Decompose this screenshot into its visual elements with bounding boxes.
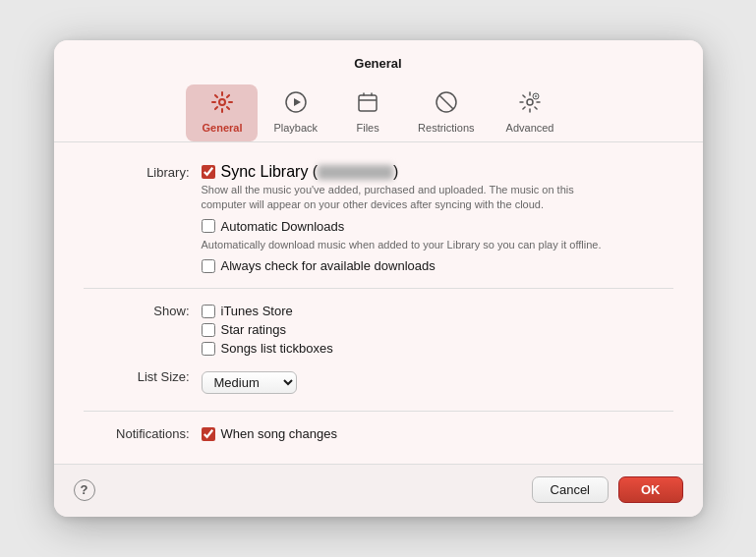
auto-downloads-checkbox[interactable] — [202, 219, 215, 233]
star-ratings-label: Star ratings — [221, 322, 286, 337]
dialog-footer: ? Cancel OK — [54, 464, 703, 517]
list-size-select[interactable]: Small Medium Large — [202, 371, 297, 394]
always-check-label: Always check for available downloads — [221, 258, 436, 273]
svg-point-6 — [527, 99, 533, 105]
tab-restrictions[interactable]: Restrictions — [402, 84, 490, 141]
section-divider-1 — [84, 288, 673, 289]
songs-tickboxes-row: Songs list tickboxes — [202, 339, 673, 358]
auto-downloads-row: Automatic Downloads — [202, 217, 673, 236]
always-check-row: Always check for available downloads — [202, 256, 673, 275]
library-content: Sync Library (••••••••••••••••) Show all… — [202, 163, 673, 275]
tab-files[interactable]: Files — [333, 84, 402, 141]
svg-line-5 — [439, 95, 453, 109]
sync-blurred-text: •••••••••••••••• — [318, 165, 393, 180]
notifications-content: When song changes — [202, 424, 673, 443]
notifications-label: Notifications: — [84, 424, 202, 441]
always-check-checkbox[interactable] — [202, 259, 215, 273]
show-row: Show: iTunes Store Star ratings Songs li… — [84, 297, 673, 362]
sync-library-label: Sync Library (••••••••••••••••) — [221, 163, 399, 181]
playback-icon — [284, 90, 308, 118]
ok-button[interactable]: OK — [618, 476, 683, 503]
restrictions-icon — [435, 90, 458, 118]
show-label: Show: — [84, 302, 202, 318]
library-label: Library: — [84, 163, 202, 180]
section-divider-2 — [84, 411, 673, 412]
general-icon — [210, 90, 234, 118]
content-area: Library: Sync Library (••••••••••••••••)… — [54, 142, 703, 464]
general-dialog: General General Playback — [54, 40, 703, 517]
svg-rect-3 — [359, 95, 377, 111]
when-song-changes-checkbox[interactable] — [202, 427, 215, 441]
itunes-store-row: iTunes Store — [202, 302, 673, 320]
sync-description: Show all the music you've added, purchas… — [202, 183, 614, 213]
tab-advanced[interactable]: Advanced — [491, 84, 570, 141]
tab-bar: General Playback Files — [54, 79, 703, 141]
list-size-control-row: Small Medium Large — [202, 367, 673, 398]
svg-point-0 — [219, 99, 225, 105]
tab-general-label: General — [202, 122, 242, 134]
tab-general[interactable]: General — [186, 84, 258, 141]
tab-files-label: Files — [356, 122, 378, 134]
sync-library-row: Sync Library (••••••••••••••••) — [202, 163, 673, 181]
star-ratings-checkbox[interactable] — [202, 323, 215, 337]
star-ratings-row: Star ratings — [202, 320, 673, 339]
svg-marker-2 — [294, 98, 301, 106]
tab-restrictions-label: Restrictions — [418, 122, 474, 134]
when-song-changes-label: When song changes — [221, 426, 338, 441]
tab-playback[interactable]: Playback — [258, 84, 333, 141]
cancel-button[interactable]: Cancel — [532, 476, 609, 503]
auto-downloads-label: Automatic Downloads — [221, 219, 345, 234]
advanced-icon — [518, 90, 542, 118]
footer-buttons: Cancel OK — [532, 476, 683, 503]
tab-advanced-label: Advanced — [506, 122, 554, 134]
files-icon — [356, 90, 379, 118]
help-button[interactable]: ? — [74, 479, 95, 501]
tab-playback-label: Playback — [273, 122, 318, 134]
dialog-title: General — [54, 40, 703, 79]
sync-library-checkbox[interactable] — [202, 165, 215, 179]
itunes-store-checkbox[interactable] — [202, 305, 215, 318]
when-song-changes-row: When song changes — [202, 424, 673, 443]
songs-tickboxes-label: Songs list tickboxes — [221, 341, 333, 356]
list-size-content: Small Medium Large — [202, 367, 673, 398]
notifications-row: Notifications: When song changes — [84, 419, 673, 448]
itunes-store-label: iTunes Store — [221, 304, 293, 318]
songs-tickboxes-checkbox[interactable] — [202, 342, 215, 356]
auto-downloads-description: Automatically download music when added … — [202, 238, 614, 252]
list-size-row: List Size: Small Medium Large — [84, 362, 673, 403]
library-row: Library: Sync Library (••••••••••••••••)… — [84, 158, 673, 280]
list-size-label: List Size: — [84, 367, 202, 384]
show-content: iTunes Store Star ratings Songs list tic… — [202, 302, 673, 358]
